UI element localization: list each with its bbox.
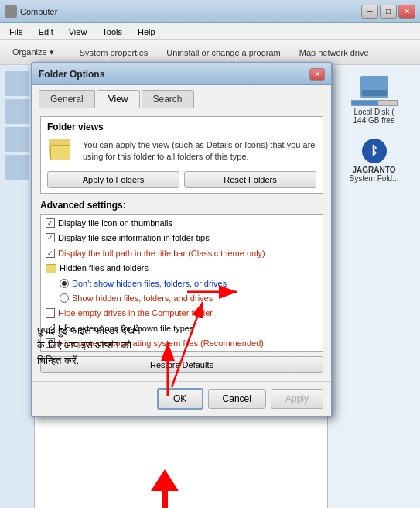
toolbar-separator (67, 45, 67, 60)
setting-text-hide-empty-drives: Hide empty drives in the Computer folder (58, 307, 213, 319)
tab-bar: General View Search (32, 85, 331, 108)
dialog-title-bar: Folder Options ✕ (32, 64, 331, 85)
menu-tools[interactable]: Tools (99, 26, 125, 38)
radio-dont-show-hidden[interactable] (60, 279, 69, 288)
setting-text-full-path: Display the full path in the title bar (… (58, 248, 265, 259)
checkbox-file-icon-thumbnails[interactable] (46, 218, 55, 228)
menu-help[interactable]: Help (135, 26, 159, 38)
hindi-line-2: के लिए आप इस आप्शन को (37, 338, 140, 353)
local-disk-free: 144 GB free (353, 116, 395, 125)
folder-icon-front (50, 145, 70, 160)
bluetooth-icon: ᛒ (362, 139, 387, 163)
setting-file-icon-thumbnails[interactable]: Display file icon on thumbnails (41, 216, 323, 231)
reset-folders-button[interactable]: Reset Folders (184, 171, 316, 188)
up-arrow-stem (162, 491, 168, 508)
organize-button[interactable]: Organize ▾ (6, 45, 60, 60)
setting-text-file-size-info: Display file size information in folder … (58, 232, 210, 244)
folder-sm-icon (46, 264, 56, 273)
tab-search[interactable]: Search (142, 90, 194, 108)
folder-views-icon (47, 137, 75, 165)
folder-views-description: You can apply the view (such as Details … (83, 139, 316, 163)
setting-file-size-info[interactable]: Display file size information in folder … (41, 231, 323, 245)
sidebar (0, 65, 35, 508)
checkbox-hide-empty-drives[interactable] (46, 308, 55, 318)
hindi-annotation: छुपाई हुई फाइल फोल्डर देखने के लिए आप इस… (37, 323, 140, 369)
folder-views-title: Folder views (47, 122, 316, 132)
folder-options-dialog: Folder Options ✕ General View Search Fol… (31, 62, 333, 417)
bluetooth-area: ᛒ JAGRANTO System Fold... (331, 136, 417, 186)
setting-full-path[interactable]: Display the full path in the title bar (… (41, 246, 323, 261)
up-arrow-annotation (151, 469, 179, 508)
explorer-title: Computer (20, 7, 361, 16)
checkbox-full-path[interactable] (46, 249, 55, 258)
local-disk-icon (360, 76, 388, 98)
map-network-button[interactable]: Map network drive (293, 46, 375, 60)
local-disk-item[interactable]: Local Disk ( 144 GB free (331, 71, 417, 129)
tab-general[interactable]: General (39, 90, 95, 108)
maximize-button[interactable]: □ (380, 5, 397, 19)
checkbox-file-size-info[interactable] (46, 233, 55, 242)
apply-to-folders-button[interactable]: Apply to Folders (47, 171, 179, 188)
setting-text-file-icon-thumbnails: Display file icon on thumbnails (58, 218, 172, 229)
minimize-button[interactable]: ─ (361, 5, 378, 19)
close-button[interactable]: ✕ (398, 5, 415, 19)
ok-button[interactable]: OK (157, 388, 203, 410)
tab-view[interactable]: View (97, 90, 140, 108)
sidebar-icon-1 (5, 71, 29, 96)
local-disk-label: Local Disk ( (353, 108, 394, 116)
hindi-line-3: चिन्हित करें. (37, 353, 140, 369)
jagranto-sub: System Fold... (350, 174, 399, 183)
dialog-title: Folder Options (39, 69, 309, 80)
sidebar-icon-3 (5, 127, 29, 152)
sidebar-icon-2 (5, 99, 29, 124)
views-buttons: Apply to Folders Reset Folders (47, 171, 316, 188)
sidebar-icon-4 (5, 155, 29, 180)
jagranto-label: JAGRANTO (353, 166, 396, 174)
dialog-buttons: OK Cancel Apply (32, 381, 331, 416)
menu-file[interactable]: File (6, 26, 26, 38)
menu-bar: File Edit View Tools Help (0, 23, 420, 40)
computer-icon (5, 5, 17, 18)
dialog-window-controls: ✕ (309, 68, 325, 81)
uninstall-button[interactable]: Uninstall or change a program (160, 46, 286, 60)
window-controls: ─ □ ✕ (361, 5, 415, 19)
setting-text-show-hidden: Show hidden files, folders, and drives (72, 293, 213, 304)
menu-view[interactable]: View (66, 26, 90, 38)
advanced-settings-label: Advanced settings: (40, 200, 323, 211)
dialog-close-button[interactable]: ✕ (309, 68, 325, 81)
setting-dont-show-hidden[interactable]: Don't show hidden files, folders, or dri… (41, 276, 323, 291)
menu-edit[interactable]: Edit (36, 26, 56, 38)
setting-hidden-files-folder: Hidden files and folders (41, 261, 323, 276)
explorer-title-bar: Computer ─ □ ✕ (0, 0, 420, 23)
folder-views-row: You can apply the view (such as Details … (47, 137, 316, 165)
desktop: Computer ─ □ ✕ File Edit View Tools Help… (0, 0, 420, 508)
disk-space-fill (352, 101, 379, 105)
radio-show-hidden[interactable] (60, 293, 69, 303)
system-properties-button[interactable]: System properties (73, 46, 155, 60)
apply-button[interactable]: Apply (271, 389, 323, 409)
hindi-line-1: छुपाई हुई फाइल फोल्डर देखने (37, 323, 140, 338)
disk-space-bar (351, 100, 398, 106)
cancel-button[interactable]: Cancel (208, 389, 266, 409)
setting-text-dont-show-hidden: Don't show hidden files, folders, or dri… (72, 278, 227, 290)
folder-views-section: Folder views You can apply the view (suc… (40, 116, 323, 194)
right-panel: Local Disk ( 144 GB free ᛒ JAGRANTO Syst… (327, 65, 420, 508)
setting-text-hidden-files-folder: Hidden files and folders (60, 263, 149, 274)
setting-hide-empty-drives[interactable]: Hide empty drives in the Computer folder (41, 306, 323, 321)
up-arrow-head (151, 469, 179, 491)
setting-show-hidden[interactable]: Show hidden files, folders, and drives (41, 291, 323, 306)
